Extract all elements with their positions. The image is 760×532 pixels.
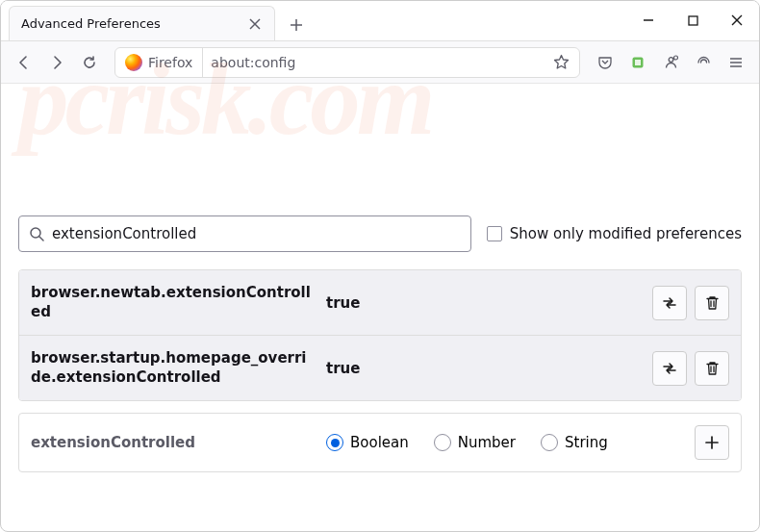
preference-value: true [326, 294, 641, 312]
new-preference-name: extensionControlled [31, 434, 315, 451]
show-modified-checkbox[interactable] [487, 226, 502, 241]
preference-row: browser.newtab.extensionControlled true [19, 270, 741, 335]
toggle-button[interactable] [652, 286, 687, 320]
radio-string[interactable]: String [541, 434, 608, 451]
preference-row: browser.startup.homepage_override.extens… [19, 335, 741, 400]
radio-label: Number [458, 434, 516, 451]
radio-icon [326, 434, 343, 451]
identity-box[interactable]: Firefox [125, 48, 203, 77]
svg-rect-9 [635, 60, 641, 65]
preferences-table: browser.newtab.extensionControlled true … [18, 269, 742, 401]
search-icon [29, 226, 44, 241]
browser-tab[interactable]: Advanced Preferences [9, 6, 275, 40]
close-window-button[interactable] [715, 1, 759, 39]
minimize-button[interactable] [626, 1, 671, 39]
type-radio-group: Boolean Number String [326, 434, 683, 451]
preference-search-box[interactable] [18, 215, 471, 252]
show-modified-checkbox-row[interactable]: Show only modified preferences [487, 225, 742, 242]
delete-button[interactable] [695, 351, 729, 386]
svg-rect-5 [689, 16, 697, 25]
preference-value: true [326, 360, 641, 377]
bookmark-star-icon[interactable] [553, 54, 570, 70]
shield-icon[interactable] [688, 47, 719, 78]
add-preference-button[interactable] [695, 425, 729, 460]
delete-button[interactable] [695, 286, 729, 320]
radio-boolean[interactable]: Boolean [326, 434, 409, 451]
extension-icon[interactable] [622, 47, 653, 78]
menu-button[interactable] [721, 47, 751, 78]
toggle-button[interactable] [652, 351, 687, 386]
reload-button[interactable] [74, 47, 105, 78]
identity-label: Firefox [148, 55, 192, 70]
radio-label: String [565, 434, 608, 451]
new-preference-row: extensionControlled Boolean Number Strin… [18, 413, 742, 472]
back-button[interactable] [9, 47, 39, 78]
radio-icon [434, 434, 451, 451]
url-bar[interactable]: Firefox [114, 47, 580, 78]
titlebar: Advanced Preferences [1, 1, 759, 41]
window-controls [626, 1, 759, 39]
tab-close-button[interactable] [247, 16, 263, 32]
preference-search-input[interactable] [52, 225, 461, 242]
account-icon[interactable] [655, 47, 686, 78]
pocket-icon[interactable] [590, 47, 621, 78]
svg-line-16 [39, 237, 43, 241]
firefox-icon [125, 54, 142, 71]
tab-title: Advanced Preferences [21, 16, 161, 31]
svg-point-10 [669, 58, 673, 63]
show-modified-label: Show only modified preferences [510, 225, 742, 242]
url-input[interactable] [211, 55, 545, 70]
maximize-button[interactable] [671, 1, 715, 39]
navigation-toolbar: Firefox [1, 41, 759, 84]
radio-number[interactable]: Number [434, 434, 516, 451]
radio-icon [541, 434, 558, 451]
preference-name: browser.newtab.extensionControlled [31, 284, 315, 321]
forward-button[interactable] [41, 47, 72, 78]
svg-point-11 [673, 56, 677, 60]
new-tab-button[interactable] [281, 10, 312, 40]
radio-label: Boolean [350, 434, 409, 451]
content-area: pcrisk.com Show only modified preference… [1, 84, 759, 488]
preference-name: browser.startup.homepage_override.extens… [31, 349, 315, 387]
